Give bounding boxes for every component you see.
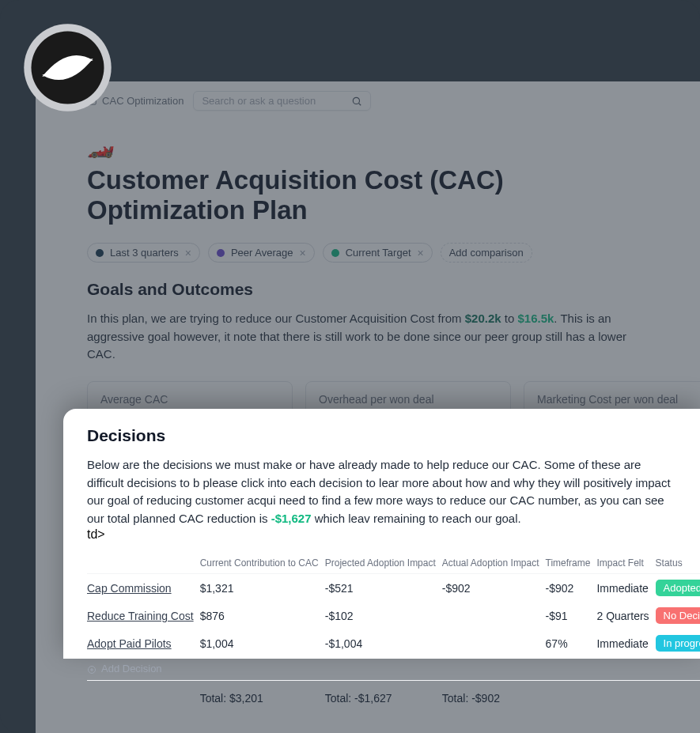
- search-icon[interactable]: [351, 96, 362, 107]
- status-badge-no-decision[interactable]: No Decision: [656, 607, 700, 624]
- goals-text-b: to: [501, 312, 518, 325]
- comparison-chips: Last 3 quarters × Peer Average × Current…: [87, 243, 649, 263]
- chip-dot-icon: [331, 249, 339, 257]
- add-comparison-label: Add comparison: [449, 247, 524, 259]
- decision-name[interactable]: Reduce Training Cost: [87, 602, 200, 629]
- page-title: Customer Acquisition Cost (CAC) Optimiza…: [87, 165, 649, 225]
- page-emoji: 🏎️: [87, 133, 649, 159]
- goal-from-value: $20.2k: [465, 312, 501, 325]
- breadcrumb-folder[interactable]: CAC Optimization: [102, 95, 184, 107]
- add-decision-row[interactable]: Add Decision: [87, 657, 700, 681]
- decision-projected: -$102: [325, 602, 442, 629]
- decision-current: $1,004: [200, 629, 325, 657]
- metric-label: Overhead per won deal: [319, 393, 498, 406]
- chip-last-3-quarters[interactable]: Last 3 quarters ×: [87, 243, 200, 263]
- decision-name[interactable]: Cap Commission: [87, 574, 200, 603]
- table-row[interactable]: Reduce Training Cost$876 -$102 -$91 2 Qu…: [87, 602, 700, 629]
- status-label: In progress: [664, 637, 700, 649]
- decisions-table: Current Contribution to CAC Projected Ad…: [87, 553, 700, 710]
- decisions-panel: Decisions Below are the decisions we mus…: [63, 409, 700, 659]
- close-icon[interactable]: ×: [185, 247, 191, 259]
- topbar: ns › CAC Optimization: [36, 81, 700, 120]
- goals-text-a: In this plan, we are trying to reduce ou…: [87, 312, 465, 325]
- chip-dot-icon: [217, 249, 225, 257]
- decision-projected: -$1,004: [325, 629, 442, 657]
- decision-timeframe: -$902: [546, 574, 597, 603]
- decision-projected: -$521: [325, 574, 442, 603]
- search-box[interactable]: [193, 91, 371, 111]
- decision-impact: 2 Quarters: [596, 602, 655, 629]
- goal-to-value: $16.5k: [517, 312, 554, 325]
- decision-impact: Immediate: [596, 629, 655, 657]
- decisions-highlight-amount: -$1,627: [271, 512, 312, 525]
- decisions-heading: Decisions: [87, 426, 676, 445]
- svg-line-3: [359, 103, 361, 105]
- decision-status: Adopted: [656, 574, 700, 603]
- col-projected: Projected Adoption Impact: [325, 553, 442, 574]
- app-logo: [22, 22, 113, 113]
- decision-timeframe: -$91: [546, 602, 597, 629]
- add-comparison-button[interactable]: Add comparison: [441, 243, 532, 263]
- plus-icon: [87, 665, 96, 674]
- decision-status: No Decision: [656, 602, 700, 629]
- decision-actual: [442, 602, 546, 629]
- decisions-paragraph: Below are the decisions we must make or …: [87, 456, 676, 527]
- status-label: Adopted: [664, 582, 700, 594]
- decision-actual: [442, 629, 546, 657]
- chip-current-target[interactable]: Current Target ×: [323, 243, 433, 263]
- chip-peer-average[interactable]: Peer Average ×: [208, 243, 315, 263]
- goals-heading: Goals and Outcomes: [87, 280, 649, 299]
- decision-actual: -$902: [442, 574, 546, 603]
- total-projected: Total: -$1,627: [325, 681, 442, 711]
- col-current: Current Contribution to CAC: [200, 553, 325, 574]
- decisions-text-b: which leav remaining to reach our goal.: [312, 512, 521, 525]
- add-decision-cell[interactable]: Add Decision: [87, 657, 700, 681]
- close-icon[interactable]: ×: [299, 247, 305, 259]
- chip-dot-icon: [96, 249, 104, 257]
- goals-paragraph: In this plan, we are trying to reduce ou…: [87, 310, 649, 364]
- decision-current: $1,321: [200, 574, 325, 603]
- chip-label: Current Target: [346, 247, 411, 259]
- status-badge-in-progress[interactable]: In progress: [656, 635, 700, 652]
- app-frame: ns › CAC Optimization 🏎️ Customer Acquis…: [0, 0, 700, 733]
- status-label: No Decision: [664, 610, 700, 622]
- status-badge-adopted[interactable]: Adopted: [656, 580, 700, 596]
- decision-current: $876: [200, 602, 325, 629]
- decision-status: In progress: [656, 629, 700, 657]
- svg-point-2: [354, 97, 360, 104]
- total-actual: Total: -$902: [442, 681, 546, 711]
- search-input[interactable]: [202, 95, 346, 107]
- metric-label: Average CAC: [100, 393, 279, 406]
- decision-name[interactable]: Adopt Paid Pilots: [87, 629, 200, 657]
- chip-label: Peer Average: [231, 247, 293, 259]
- totals-row: Total: $3,201 Total: -$1,627 Total: -$90…: [87, 681, 700, 711]
- logo-icon: [22, 22, 113, 113]
- col-status: Status: [656, 553, 700, 574]
- table-row[interactable]: Cap Commission $1,321 -$521 -$902 -$902 …: [87, 574, 700, 603]
- decision-impact: Immediate: [596, 574, 655, 603]
- col-name: [87, 553, 200, 574]
- table-row[interactable]: Adopt Paid Pilots $1,004 -$1,004 67% Imm…: [87, 629, 700, 657]
- decision-timeframe: 67%: [546, 629, 597, 657]
- metric-label: Marketing Cost per won deal: [537, 393, 700, 406]
- total-current: Total: $3,201: [200, 681, 325, 711]
- add-decision-label: Add Decision: [101, 663, 162, 674]
- col-timeframe: Timeframe: [546, 553, 597, 574]
- close-icon[interactable]: ×: [418, 247, 424, 259]
- chip-label: Last 3 quarters: [110, 247, 179, 259]
- col-impact: Impact Felt: [596, 553, 655, 574]
- col-actual: Actual Adoption Impact: [442, 553, 546, 574]
- table-header-row: Current Contribution to CAC Projected Ad…: [87, 553, 700, 574]
